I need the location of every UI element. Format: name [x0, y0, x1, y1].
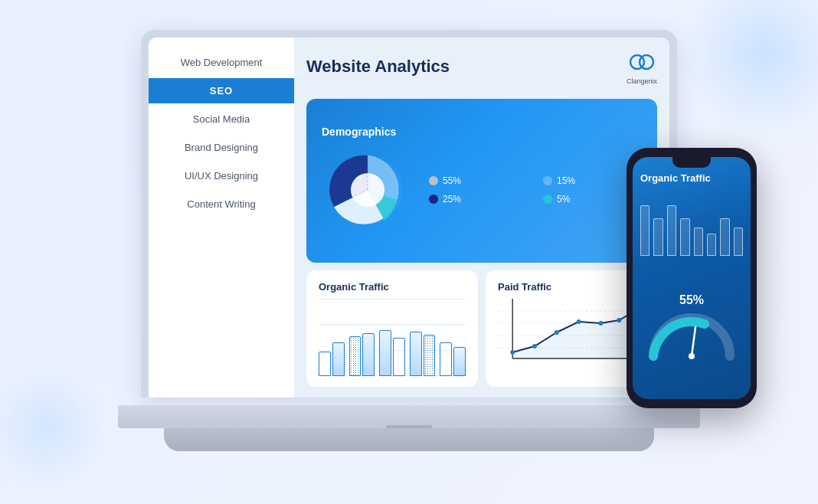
legend-dot-5 [543, 195, 552, 204]
gauge-value: 55% [679, 293, 704, 307]
sidebar: Web Development SEO Social Media Brand D… [149, 38, 294, 398]
main-content: Website Analytics Clangenix [294, 38, 669, 398]
organic-traffic-title: Organic Traffic [319, 281, 466, 293]
gauge-chart [646, 310, 738, 364]
svg-marker-17 [512, 309, 637, 358]
paid-traffic-title: Paid Traffic [498, 281, 645, 293]
logo-area: Clangenix [627, 48, 657, 85]
svg-point-1 [640, 55, 653, 69]
legend-item-25: 25% [429, 194, 528, 205]
phone-bar-chart [640, 190, 743, 259]
legend-item-55: 55% [429, 175, 528, 186]
demographics-card: Demographics [306, 99, 657, 263]
phone-bar [707, 234, 716, 256]
bar [393, 338, 405, 376]
phone-bar [734, 227, 743, 256]
phone-notch [672, 155, 711, 168]
bar [349, 336, 362, 376]
phone-bar [653, 218, 663, 256]
legend-dot-15 [543, 176, 552, 185]
bar [453, 347, 466, 376]
legend-label-5: 5% [557, 194, 570, 205]
logo-icon [628, 48, 656, 76]
bar [319, 352, 331, 376]
legend-label-55: 55% [443, 175, 461, 186]
bar [410, 332, 422, 376]
phone-bar [694, 227, 703, 256]
logo-text: Clangenix [627, 77, 657, 85]
bar [424, 335, 436, 376]
sidebar-item-social-media[interactable]: Social Media [149, 106, 294, 132]
bar [379, 330, 391, 376]
phone-outer: Organic Traffic 55% [627, 148, 757, 408]
header: Website Analytics Clangenix [306, 48, 657, 90]
pie-chart [322, 144, 414, 236]
organic-traffic-card: Organic Traffic [306, 270, 478, 387]
dashboard-container: Web Development SEO Social Media Brand D… [149, 38, 669, 398]
bottom-row: Organic Traffic [306, 270, 657, 387]
legend-dot-55 [429, 176, 438, 185]
bar [440, 342, 452, 376]
laptop: Web Development SEO Social Media Brand D… [118, 30, 700, 474]
bar-group-1 [319, 315, 345, 376]
bars-row [319, 315, 466, 376]
paid-traffic-chart [498, 299, 645, 376]
page-title: Website Analytics [306, 57, 450, 77]
sidebar-item-brand-designing[interactable]: Brand Designing [149, 135, 294, 160]
phone-screen: Organic Traffic 55% [633, 157, 751, 399]
phone-bar [640, 205, 649, 256]
sidebar-item-seo[interactable]: SEO [149, 78, 294, 103]
svg-point-19 [689, 353, 695, 359]
phone-title: Organic Traffic [640, 172, 743, 184]
cards-grid: Demographics [306, 99, 657, 387]
svg-line-18 [692, 327, 695, 356]
phone: Organic Traffic 55% [627, 148, 757, 408]
sidebar-item-ui-ux-designing[interactable]: UI/UX Designing [149, 163, 294, 188]
sidebar-item-content-writing[interactable]: Content Writing [149, 191, 294, 217]
demographics-title: Demographics [322, 126, 642, 138]
laptop-screen: Web Development SEO Social Media Brand D… [141, 30, 677, 398]
phone-bar [680, 218, 689, 256]
demographics-legend: 55% 15% 25% [429, 175, 642, 205]
dashboard: Web Development SEO Social Media Brand D… [149, 38, 669, 398]
phone-bar [720, 218, 729, 256]
grid-line [319, 299, 466, 299]
organic-traffic-chart [319, 299, 466, 376]
bar [362, 333, 375, 376]
bar [332, 342, 345, 376]
bar-group-4 [410, 315, 436, 376]
bar-group-5 [440, 315, 466, 376]
bar-group-3 [379, 315, 405, 376]
demographics-content: 55% 15% 25% [322, 144, 642, 236]
sidebar-item-web-development[interactable]: Web Development [149, 50, 294, 75]
laptop-foot [164, 428, 654, 451]
legend-label-15: 15% [557, 175, 575, 186]
gauge-container: 55% [640, 265, 743, 391]
legend-label-25: 25% [443, 194, 461, 205]
bar-group-2 [349, 315, 375, 376]
phone-bar [667, 205, 676, 256]
legend-dot-25 [429, 195, 438, 204]
